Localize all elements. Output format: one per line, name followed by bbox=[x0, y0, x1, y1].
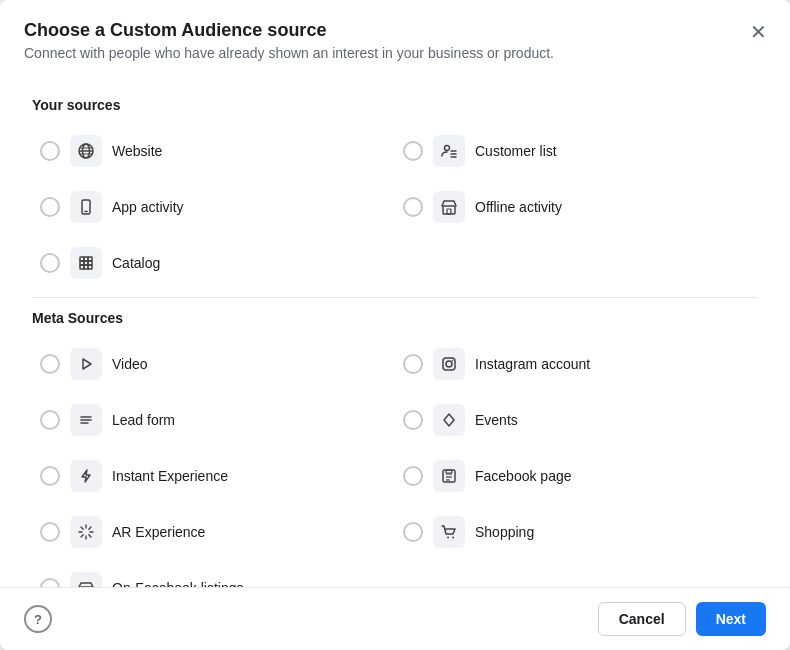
mobile-icon bbox=[70, 191, 102, 223]
store-icon bbox=[433, 191, 465, 223]
grid-icon bbox=[70, 247, 102, 279]
radio-shopping[interactable] bbox=[403, 522, 423, 542]
svg-point-24 bbox=[446, 361, 452, 367]
svg-marker-22 bbox=[83, 359, 91, 369]
cancel-button[interactable]: Cancel bbox=[598, 602, 686, 636]
svg-point-45 bbox=[452, 537, 454, 539]
help-icon: ? bbox=[34, 612, 42, 627]
svg-rect-35 bbox=[446, 470, 452, 473]
svg-line-43 bbox=[81, 535, 83, 537]
option-on-facebook-listings[interactable]: On-Facebook listings bbox=[32, 562, 395, 587]
bolt-icon bbox=[70, 460, 102, 492]
radio-on-facebook-listings[interactable] bbox=[40, 578, 60, 587]
option-video-label: Video bbox=[112, 356, 148, 372]
option-events-label: Events bbox=[475, 412, 518, 428]
option-app-activity-label: App activity bbox=[112, 199, 184, 215]
section-divider bbox=[32, 297, 758, 298]
play-icon bbox=[70, 348, 102, 380]
modal-subtitle: Connect with people who have already sho… bbox=[24, 45, 766, 61]
modal-footer: ? Cancel Next bbox=[0, 587, 790, 650]
sparkle-icon bbox=[70, 516, 102, 548]
svg-line-41 bbox=[89, 535, 91, 537]
modal-body: Your sources Website bbox=[0, 73, 790, 587]
radio-instant-experience[interactable] bbox=[40, 466, 60, 486]
option-instagram-account[interactable]: Instagram account bbox=[395, 338, 758, 390]
option-shopping[interactable]: Shopping bbox=[395, 506, 758, 558]
svg-line-40 bbox=[81, 527, 83, 529]
svg-point-5 bbox=[445, 146, 450, 151]
radio-events[interactable] bbox=[403, 410, 423, 430]
option-instant-experience-label: Instant Experience bbox=[112, 468, 228, 484]
help-button[interactable]: ? bbox=[24, 605, 52, 633]
radio-website[interactable] bbox=[40, 141, 60, 161]
svg-point-44 bbox=[447, 537, 449, 539]
footer-actions: Cancel Next bbox=[598, 602, 766, 636]
radio-customer-list[interactable] bbox=[403, 141, 423, 161]
close-icon: ✕ bbox=[750, 20, 767, 44]
radio-catalog[interactable] bbox=[40, 253, 60, 273]
radio-app-activity[interactable] bbox=[40, 197, 60, 217]
lines-icon bbox=[70, 404, 102, 436]
radio-instagram[interactable] bbox=[403, 354, 423, 374]
option-website[interactable]: Website bbox=[32, 125, 395, 177]
option-ar-experience[interactable]: AR Experience bbox=[32, 506, 395, 558]
svg-marker-30 bbox=[82, 470, 90, 482]
radio-lead-form[interactable] bbox=[40, 410, 60, 430]
option-instagram-label: Instagram account bbox=[475, 356, 590, 372]
close-button[interactable]: ✕ bbox=[742, 16, 774, 48]
svg-rect-23 bbox=[443, 358, 455, 370]
option-video[interactable]: Video bbox=[32, 338, 395, 390]
option-events[interactable]: Events bbox=[395, 394, 758, 446]
cart-icon bbox=[433, 516, 465, 548]
svg-rect-21 bbox=[84, 261, 88, 265]
next-button[interactable]: Next bbox=[696, 602, 766, 636]
meta-sources-grid: Video Instagram account bbox=[32, 338, 758, 587]
option-customer-list-label: Customer list bbox=[475, 143, 557, 159]
fb-page-icon bbox=[433, 460, 465, 492]
diamond-icon bbox=[433, 404, 465, 436]
svg-line-42 bbox=[89, 527, 91, 529]
radio-ar-experience[interactable] bbox=[40, 522, 60, 542]
meta-sources-title: Meta Sources bbox=[32, 310, 758, 326]
custom-audience-modal: Choose a Custom Audience source Connect … bbox=[0, 0, 790, 650]
modal-title: Choose a Custom Audience source bbox=[24, 20, 766, 41]
option-facebook-page[interactable]: Facebook page bbox=[395, 450, 758, 502]
option-lead-form[interactable]: Lead form bbox=[32, 394, 395, 446]
option-on-facebook-listings-label: On-Facebook listings bbox=[112, 580, 244, 587]
your-sources-grid: Website Customer list bbox=[32, 125, 758, 289]
option-catalog[interactable]: Catalog bbox=[32, 237, 395, 289]
option-app-activity[interactable]: App activity bbox=[32, 181, 395, 233]
svg-marker-29 bbox=[444, 414, 454, 426]
option-catalog-label: Catalog bbox=[112, 255, 160, 271]
storefront-icon bbox=[70, 572, 102, 587]
modal-header: Choose a Custom Audience source Connect … bbox=[0, 0, 790, 73]
person-list-icon bbox=[433, 135, 465, 167]
radio-facebook-page[interactable] bbox=[403, 466, 423, 486]
your-sources-title: Your sources bbox=[32, 97, 758, 113]
globe-icon bbox=[70, 135, 102, 167]
option-ar-experience-label: AR Experience bbox=[112, 524, 205, 540]
option-offline-activity[interactable]: Offline activity bbox=[395, 181, 758, 233]
svg-point-25 bbox=[452, 360, 454, 362]
option-facebook-page-label: Facebook page bbox=[475, 468, 572, 484]
instagram-icon bbox=[433, 348, 465, 380]
radio-video[interactable] bbox=[40, 354, 60, 374]
option-offline-activity-label: Offline activity bbox=[475, 199, 562, 215]
option-lead-form-label: Lead form bbox=[112, 412, 175, 428]
option-shopping-label: Shopping bbox=[475, 524, 534, 540]
radio-offline-activity[interactable] bbox=[403, 197, 423, 217]
option-instant-experience[interactable]: Instant Experience bbox=[32, 450, 395, 502]
svg-rect-11 bbox=[443, 206, 455, 214]
option-website-label: Website bbox=[112, 143, 162, 159]
option-customer-list[interactable]: Customer list bbox=[395, 125, 758, 177]
